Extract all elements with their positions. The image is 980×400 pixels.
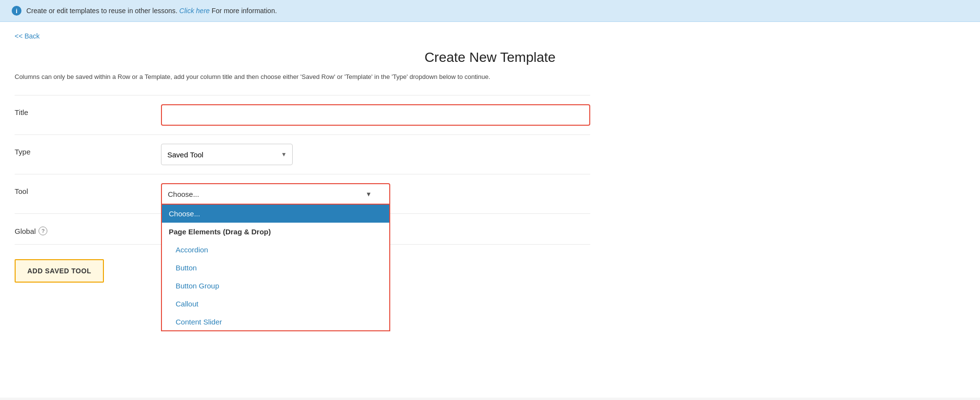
tool-dropdown-list: Choose... Page Elements (Drag & Drop) Ac… — [161, 205, 390, 331]
tool-chevron-icon: ▼ — [365, 190, 372, 198]
info-banner: i Create or edit templates to reuse in o… — [0, 0, 980, 22]
banner-link[interactable]: Click here — [180, 7, 210, 15]
title-input[interactable] — [161, 104, 590, 126]
type-field: Saved Tool Saved Row Template ▼ — [161, 144, 590, 165]
dropdown-item-accordion[interactable]: Accordion — [162, 241, 389, 259]
back-link[interactable]: << Back — [15, 32, 40, 40]
title-field — [161, 104, 590, 126]
global-label: Global ? — [15, 223, 161, 235]
global-help-icon[interactable]: ? — [39, 227, 47, 235]
type-label: Type — [15, 144, 161, 156]
banner-text: Create or edit templates to reuse in oth… — [26, 7, 277, 15]
dropdown-item-button-group[interactable]: Button Group — [162, 277, 389, 295]
form-container: Title Type Saved Tool Saved Row Template… — [15, 95, 590, 283]
dropdown-item-callout[interactable]: Callout — [162, 295, 389, 313]
main-content: << Back Create New Template Columns can … — [0, 22, 980, 398]
tool-label: Tool — [15, 183, 161, 195]
tool-select-placeholder: Choose... — [168, 190, 199, 198]
tool-row: Tool Choose... ▼ Choose... Page Elements… — [15, 174, 590, 213]
tool-dropdown-wrapper: Choose... ▼ Choose... Page Elements (Dra… — [161, 183, 390, 205]
info-icon: i — [12, 6, 21, 16]
type-select-wrapper: Saved Tool Saved Row Template ▼ — [161, 144, 293, 165]
tool-select-box[interactable]: Choose... ▼ — [161, 183, 390, 205]
tool-field: Choose... ▼ Choose... Page Elements (Dra… — [161, 183, 590, 205]
dropdown-item-button[interactable]: Button — [162, 259, 389, 277]
add-saved-tool-button[interactable]: ADD SAVED TOOL — [15, 259, 104, 283]
title-row: Title — [15, 95, 590, 134]
dropdown-group-page-elements: Page Elements (Drag & Drop) — [162, 223, 389, 241]
dropdown-item-choose[interactable]: Choose... — [162, 205, 389, 223]
type-select[interactable]: Saved Tool Saved Row Template — [161, 144, 293, 165]
type-row: Type Saved Tool Saved Row Template ▼ — [15, 134, 590, 174]
title-label: Title — [15, 104, 161, 116]
subtitle: Columns can only be saved within a Row o… — [15, 73, 965, 80]
page-title: Create New Template — [15, 50, 965, 65]
dropdown-item-content-slider[interactable]: Content Slider — [162, 313, 389, 331]
